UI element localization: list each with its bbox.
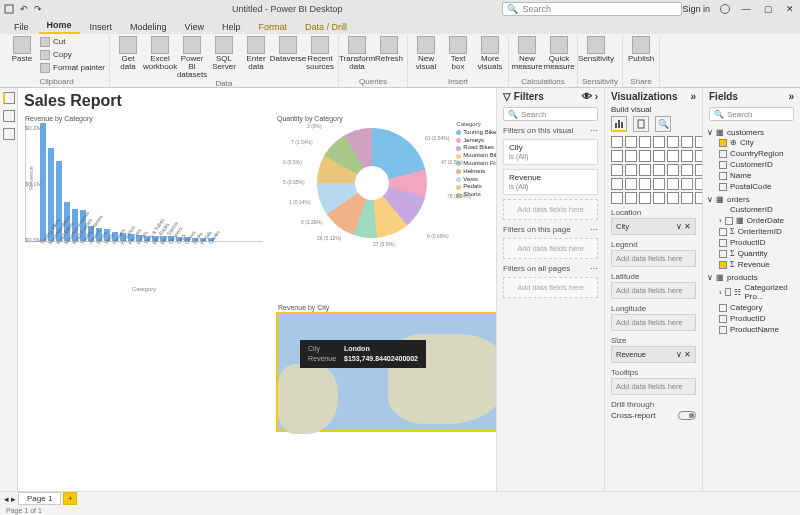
pbi-datasets-button[interactable]: Power BI datasets bbox=[178, 36, 206, 79]
map-visual[interactable]: Revenue by City CityLondon Revenue$153,7… bbox=[276, 312, 496, 432]
viz-type-icon[interactable] bbox=[653, 178, 665, 190]
viz-type-icon[interactable] bbox=[681, 178, 693, 190]
page-tab-1[interactable]: Page 1 bbox=[18, 492, 61, 505]
sql-server-button[interactable]: SQL Server bbox=[210, 36, 238, 71]
user-avatar-icon[interactable] bbox=[720, 4, 730, 14]
tab-view[interactable]: View bbox=[177, 20, 212, 34]
recent-sources-button[interactable]: Recent sources bbox=[306, 36, 334, 71]
enter-data-button[interactable]: Enter data bbox=[242, 36, 270, 71]
viz-type-icon[interactable] bbox=[681, 192, 693, 204]
maximize-button[interactable]: ▢ bbox=[762, 4, 774, 14]
checkbox[interactable] bbox=[719, 315, 727, 323]
more-icon[interactable]: ⋯ bbox=[590, 225, 598, 234]
chevron-down-icon[interactable]: ∨ bbox=[707, 128, 713, 137]
collapse-icon[interactable]: » bbox=[788, 91, 794, 102]
text-box-button[interactable]: Text box bbox=[444, 36, 472, 71]
checkbox-city[interactable] bbox=[719, 139, 727, 147]
viz-type-icon[interactable] bbox=[639, 192, 651, 204]
filters-search-input[interactable]: 🔍Search bbox=[503, 107, 598, 121]
viz-type-icon[interactable] bbox=[625, 192, 637, 204]
visual-filter-well[interactable]: Add data fields here bbox=[503, 199, 598, 220]
filter-card-revenue[interactable]: Revenueis (All) bbox=[503, 169, 598, 195]
viz-type-icon[interactable] bbox=[681, 164, 693, 176]
new-visual-button[interactable]: New visual bbox=[412, 36, 440, 71]
viz-type-icon[interactable] bbox=[639, 150, 651, 162]
checkbox[interactable] bbox=[725, 288, 732, 296]
get-data-button[interactable]: Get data bbox=[114, 36, 142, 71]
new-measure-button[interactable]: New measure bbox=[513, 36, 541, 71]
viz-type-icon[interactable] bbox=[667, 192, 679, 204]
bar-chart-visual[interactable]: Revenue by Category $0.2M$0.1M$0.0M Reve… bbox=[24, 114, 264, 304]
viz-type-icon[interactable] bbox=[611, 164, 623, 176]
viz-type-icon[interactable] bbox=[667, 164, 679, 176]
report-canvas[interactable]: Sales Report Revenue by Category $0.2M$0… bbox=[18, 88, 496, 491]
redo-icon[interactable]: ↷ bbox=[34, 4, 42, 14]
viz-type-icon[interactable] bbox=[625, 136, 637, 148]
table-customers[interactable]: ∨▦customers ⊕City CountryRegion Customer… bbox=[707, 128, 796, 192]
save-icon[interactable] bbox=[4, 4, 14, 14]
collapse-icon[interactable]: › bbox=[595, 91, 598, 102]
checkbox[interactable] bbox=[719, 228, 727, 236]
well-size[interactable]: Revenue∨ ✕ bbox=[611, 346, 696, 363]
tab-help[interactable]: Help bbox=[214, 20, 249, 34]
viz-type-icon[interactable] bbox=[653, 164, 665, 176]
checkbox[interactable] bbox=[719, 172, 727, 180]
tab-data-drill[interactable]: Data / Drill bbox=[297, 20, 355, 34]
viz-type-icon[interactable] bbox=[611, 150, 623, 162]
build-tab-icon[interactable] bbox=[611, 116, 627, 132]
tab-file[interactable]: File bbox=[6, 20, 37, 34]
collapse-icon[interactable]: » bbox=[690, 91, 696, 102]
checkbox[interactable] bbox=[719, 326, 727, 334]
viz-type-icon[interactable] bbox=[681, 136, 693, 148]
publish-button[interactable]: Publish bbox=[627, 36, 655, 63]
tab-home[interactable]: Home bbox=[39, 18, 80, 34]
minimize-button[interactable]: — bbox=[740, 4, 752, 14]
viz-type-icon[interactable] bbox=[653, 150, 665, 162]
checkbox[interactable] bbox=[725, 217, 733, 225]
filter-card-city[interactable]: Cityis (All) bbox=[503, 139, 598, 165]
viz-type-icon[interactable] bbox=[611, 136, 623, 148]
well-latitude[interactable]: Add data fields here bbox=[611, 282, 696, 299]
viz-type-icon[interactable] bbox=[625, 164, 637, 176]
page-nav-prev[interactable]: ◂ bbox=[4, 494, 9, 504]
viz-type-icon[interactable] bbox=[667, 136, 679, 148]
chevron-down-icon[interactable]: ∨ bbox=[707, 273, 713, 282]
excel-workbook-button[interactable]: Excel workbook bbox=[146, 36, 174, 71]
transform-data-button[interactable]: Transform data bbox=[343, 36, 371, 71]
report-view-icon[interactable] bbox=[3, 92, 15, 104]
expand-icon[interactable]: › bbox=[719, 288, 722, 297]
viz-type-icon[interactable] bbox=[639, 164, 651, 176]
checkbox[interactable] bbox=[719, 304, 727, 312]
viz-type-icon[interactable] bbox=[681, 150, 693, 162]
chevron-down-icon[interactable]: ∨ bbox=[707, 195, 713, 204]
viz-type-icon[interactable] bbox=[653, 136, 665, 148]
checkbox[interactable] bbox=[719, 150, 727, 158]
viz-type-icon[interactable] bbox=[639, 136, 651, 148]
dataverse-button[interactable]: Dataverse bbox=[274, 36, 302, 63]
copy-button[interactable]: Copy bbox=[40, 49, 105, 61]
data-view-icon[interactable] bbox=[3, 110, 15, 122]
model-view-icon[interactable] bbox=[3, 128, 15, 140]
viz-type-icon[interactable] bbox=[611, 192, 623, 204]
viz-type-icon[interactable] bbox=[625, 150, 637, 162]
tab-insert[interactable]: Insert bbox=[82, 20, 121, 34]
table-products[interactable]: ∨▦products ›☷Categorized Pro... Category… bbox=[707, 273, 796, 335]
more-icon[interactable]: ⋯ bbox=[590, 126, 598, 135]
sign-in-link[interactable]: Sign in bbox=[682, 4, 710, 14]
tab-format[interactable]: Format bbox=[250, 20, 295, 34]
add-page-button[interactable]: + bbox=[63, 492, 77, 505]
well-location[interactable]: City∨ ✕ bbox=[611, 218, 696, 235]
checkbox[interactable] bbox=[719, 161, 727, 169]
refresh-button[interactable]: Refresh bbox=[375, 36, 403, 63]
viz-type-icon[interactable] bbox=[667, 178, 679, 190]
pie-chart-visual[interactable]: Quantity by Category Category Touring Bi… bbox=[276, 114, 496, 309]
checkbox[interactable] bbox=[719, 239, 727, 247]
close-button[interactable]: ✕ bbox=[784, 4, 796, 14]
fields-search-input[interactable]: 🔍Search bbox=[709, 107, 794, 121]
viz-type-icon[interactable] bbox=[653, 192, 665, 204]
expand-icon[interactable]: › bbox=[719, 216, 722, 225]
cross-report-toggle[interactable] bbox=[678, 411, 696, 420]
checkbox-revenue[interactable] bbox=[719, 261, 727, 269]
sensitivity-button[interactable]: Sensitivity bbox=[582, 36, 610, 63]
more-visuals-button[interactable]: More visuals bbox=[476, 36, 504, 71]
